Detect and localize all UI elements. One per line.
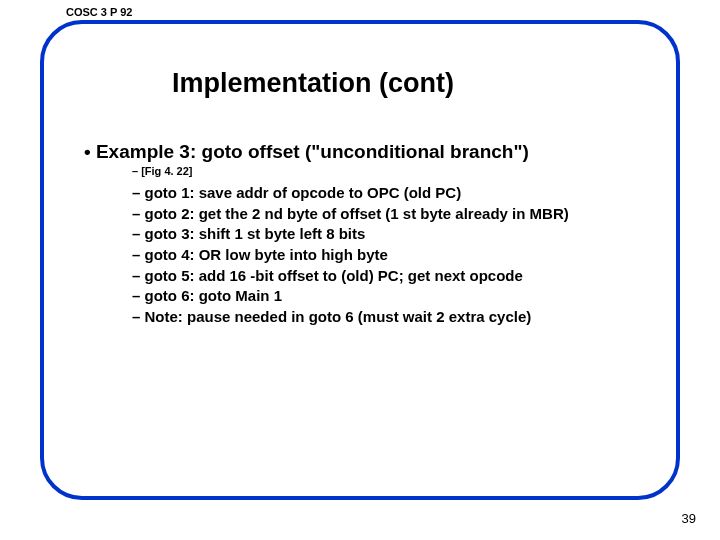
figure-reference: – [Fig 4. 22] [132, 165, 648, 177]
sub-bullet-4: – goto 4: OR low byte into high byte [132, 245, 648, 266]
sub-bullet-2: – goto 2: get the 2 nd byte of offset (1… [132, 204, 648, 225]
sub-bullet-7: – Note: pause needed in goto 6 (must wai… [132, 307, 648, 328]
sub-bullet-1: – goto 1: save addr of opcode to OPC (ol… [132, 183, 648, 204]
sub-bullet-5: – goto 5: add 16 -bit offset to (old) PC… [132, 266, 648, 287]
sub-bullet-3: – goto 3: shift 1 st byte left 8 bits [132, 224, 648, 245]
slide-title: Implementation (cont) [172, 68, 648, 99]
sub-bullet-6: – goto 6: goto Main 1 [132, 286, 648, 307]
page-number: 39 [682, 511, 696, 526]
course-code-label: COSC 3 P 92 [60, 6, 138, 18]
main-bullet: • Example 3: goto offset ("unconditional… [84, 141, 648, 163]
slide-frame: Implementation (cont) • Example 3: goto … [40, 20, 680, 500]
